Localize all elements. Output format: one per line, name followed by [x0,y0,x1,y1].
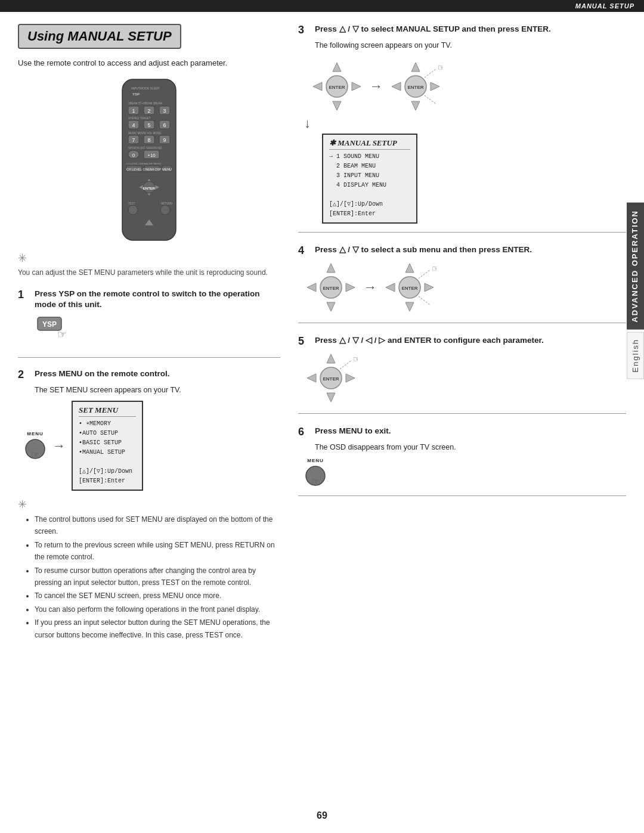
ms-line-4: 4 DISPLAY MENU [329,181,410,190]
step-5-number: 5 [298,335,310,348]
svg-marker-68 [327,302,335,311]
step-6-header: 6 Press MENU to exit. [298,426,626,438]
svg-text:☞: ☞ [31,450,39,460]
svg-text:ENTER: ENTER [407,85,423,90]
step-6: 6 Press MENU to exit. The OSD disappears… [298,426,626,496]
step-5-header: 5 Press △ / ▽ / ◁ / ▷ and ENTER to confi… [298,335,626,348]
step-5-title: Press △ / ▽ / ◁ / ▷ and ENTER to configu… [315,335,544,346]
step-6-title: Press MENU to exit. [315,426,391,437]
arrow-down-1: ↓ [304,116,311,131]
ms-line-5 [329,190,410,200]
svg-text:6: 6 [163,122,166,128]
step-6-menu-label: MENU [307,458,324,463]
set-menu-line-1: • ∗MEMORY [79,419,136,429]
svg-line-65 [425,95,436,104]
svg-text:7: 7 [132,137,135,143]
manual-setup-screen-title: ✱ MANUAL SETUP [329,138,410,150]
set-menu-screen-title: SET MENU [79,405,136,417]
main-content: Using MANUAL SETUP Use the remote contro… [0,12,644,679]
step-2-number: 2 [18,368,30,381]
set-menu-line-2: •AUTO SETUP [79,429,136,438]
step-2-header: 2 Press MENU on the remote control. [18,368,280,381]
svg-text:3: 3 [163,108,166,114]
set-menu-line-7: [ENTER]:Enter [79,476,136,486]
svg-marker-69 [307,283,316,292]
bullet-list: The control buttons used for SET MENU ar… [35,513,280,641]
bullet-5: You can also perform the following opera… [35,603,280,615]
menu-button-exit-svg: ☞ [304,465,327,487]
step-5: 5 Press △ / ▽ / ◁ / ▷ and ENTER to confi… [298,335,626,414]
svg-text:STEREO  TARGET: STEREO TARGET [128,117,151,120]
menu-button-area: MENU ☞ [24,431,47,460]
set-menu-line-4: •MANUAL SETUP [79,448,136,457]
bullet-1: The control buttons used for SET MENU ar… [35,513,280,538]
step-2-desc: The SET MENU screen appears on your TV. [35,385,280,396]
svg-text:☞: ☞ [311,476,320,487]
svg-marker-75 [386,283,395,292]
step-4: 4 Press △ / ▽ to select a sub menu and t… [298,244,626,323]
step-4-header: 4 Press △ / ▽ to select a sub menu and t… [298,244,626,257]
step-6-menu-btn: MENU ☞ [304,458,327,487]
set-menu-screen: SET MENU • ∗MEMORY •AUTO SETUP •BASIC SE… [72,401,143,491]
step-6-desc: The OSD disappears from your TV screen. [315,442,626,453]
svg-text:RETURN: RETURN [161,202,172,205]
ysp-button-svg: YSP ☞ [35,314,82,347]
svg-marker-55 [352,82,361,91]
step-3-header: 3 Press △ / ▽ to select MANUAL SETUP and… [298,24,626,36]
svg-text:MENU: MENU [162,168,172,171]
svg-marker-70 [346,283,355,292]
svg-text:0: 0 [132,153,135,158]
ms-line-1: → 1 SOUND MENU [329,152,410,162]
step-6-number: 6 [298,426,310,438]
svg-text:TEST: TEST [128,202,135,205]
step-5-diagram: ENTER ☞ [304,351,626,405]
left-column: Using MANUAL SETUP Use the remote contro… [18,24,292,661]
svg-marker-84 [307,374,316,382]
ms-line-6: [△]/[▽]:Up/Down [329,200,410,209]
page-title: Using MANUAL SETUP [27,29,172,44]
svg-text:+10: +10 [147,153,156,158]
side-tabs: ADVANCED OPERATION English [627,203,644,379]
step-6-diagram: MENU ☞ [304,458,626,487]
bullet-2: To return to the previous screen while u… [35,539,280,563]
dpad-3-svg: ENTER [304,261,358,314]
svg-text:YSP: YSP [132,92,140,96]
step-3-desc: The following screen appears on your TV. [315,40,626,51]
bullet-3: To resume cursor button operations after… [35,565,280,589]
svg-marker-61 [431,82,439,91]
header-title: MANUAL SETUP [575,2,634,10]
remote-control-image: INPUTMODE SLEEP YSP 1BEAM ST+3BEAM 3BEAM… [110,76,188,243]
svg-marker-83 [327,393,335,402]
svg-line-88 [340,360,352,369]
arrow-right-1: → [52,438,66,454]
tip-marker-1: ✳ [18,252,280,265]
step-3-number: 3 [298,24,310,36]
menu-button-svg: ☞ [24,438,47,460]
svg-text:4: 4 [132,122,135,128]
set-menu-line-3: •BASIC SETUP [79,438,136,448]
tip-marker-2: ✳ [18,498,280,511]
step-1-header: 1 Press YSP on the remote control to swi… [18,289,280,311]
set-menu-line-6: [△]/[▽]:Up/Down [79,467,136,476]
svg-marker-60 [392,82,401,91]
svg-line-79 [419,270,431,278]
svg-text:☞: ☞ [438,63,442,72]
right-column: 3 Press △ / ▽ to select MANUAL SETUP and… [292,24,626,661]
svg-marker-59 [411,101,420,110]
svg-text:CH LEVEL  CINEMA DSP  MENU: CH LEVEL CINEMA DSP MENU [126,162,161,165]
svg-marker-74 [405,302,414,311]
svg-text:ENTER: ENTER [329,85,345,90]
step-3-dpad-row: ENTER → ENTER ☞ [310,60,442,113]
side-tab-english: English [627,332,644,379]
svg-point-45 [160,205,170,215]
svg-text:ENTER: ENTER [401,286,417,291]
svg-marker-73 [405,264,414,272]
tip-text-1: You can adjust the SET MENU parameters w… [18,267,280,278]
svg-text:CINEMA DSP: CINEMA DSP [143,168,162,171]
step-1-number: 1 [18,289,30,301]
header-bar: MANUAL SETUP [0,0,644,12]
step-2: 2 Press MENU on the remote control. The … [18,368,280,651]
svg-point-44 [128,205,138,215]
step-4-title: Press △ / ▽ to select a sub menu and the… [315,244,532,256]
set-menu-line-5 [79,457,136,467]
